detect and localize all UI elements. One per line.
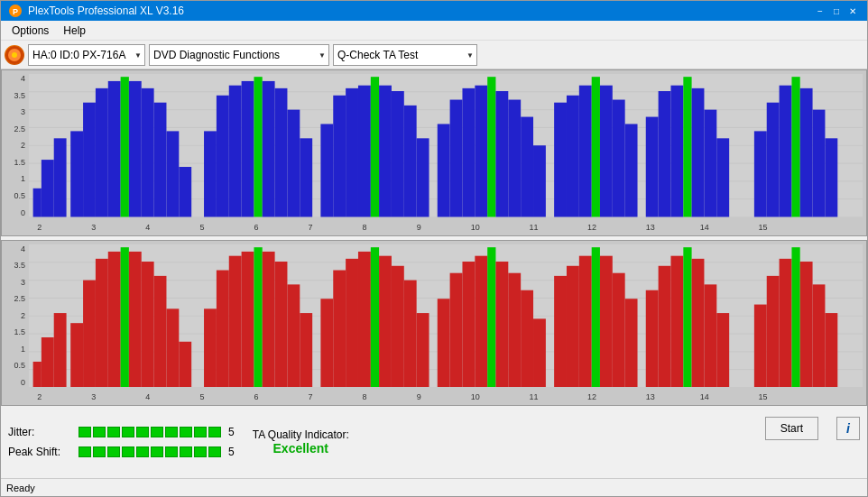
function-select-wrapper[interactable]: DVD Diagnostic Functions [149, 44, 329, 66]
svg-rect-154 [800, 262, 813, 387]
svg-rect-45 [487, 77, 495, 216]
toolbar-logo [5, 45, 24, 65]
y-label-35: 3.5 [14, 91, 25, 100]
svg-rect-50 [554, 103, 567, 217]
jitter-bar-6 [151, 427, 163, 437]
svg-rect-122 [404, 280, 417, 387]
svg-rect-140 [646, 290, 659, 387]
svg-rect-42 [450, 100, 463, 217]
r-y-label-0: 0 [21, 378, 25, 387]
svg-rect-18 [129, 81, 142, 217]
svg-rect-111 [263, 251, 275, 387]
svg-rect-26 [242, 81, 254, 217]
svg-rect-35 [358, 86, 371, 217]
svg-rect-155 [813, 284, 826, 387]
maximize-button[interactable]: □ [829, 4, 844, 18]
svg-rect-118 [358, 251, 371, 387]
svg-rect-156 [825, 313, 837, 387]
svg-rect-22 [179, 167, 191, 216]
svg-rect-56 [625, 124, 638, 216]
svg-rect-71 [800, 88, 813, 217]
menu-options[interactable]: Options [5, 23, 56, 39]
svg-rect-13 [70, 131, 83, 216]
jitter-bar-10 [208, 427, 221, 437]
menu-help[interactable]: Help [56, 23, 93, 39]
r-y-label-15: 1.5 [14, 327, 25, 336]
ta-quality-section: TA Quality Indicator: Excellent [253, 428, 349, 456]
test-select-wrapper[interactable]: Q-Check TA Test [333, 44, 477, 66]
svg-rect-121 [392, 265, 404, 387]
svg-text:5: 5 [199, 223, 204, 232]
svg-text:P: P [13, 7, 18, 16]
svg-text:3: 3 [91, 223, 96, 232]
svg-rect-136 [592, 247, 600, 387]
svg-rect-113 [287, 284, 300, 387]
r-y-label-4: 4 [21, 244, 25, 253]
svg-rect-115 [320, 299, 333, 387]
ps-bar-1 [78, 446, 91, 457]
svg-text:3: 3 [91, 392, 96, 401]
svg-text:10: 10 [471, 223, 480, 232]
ps-bar-10 [208, 446, 221, 457]
svg-text:2: 2 [37, 223, 42, 232]
drive-select-wrapper[interactable]: HA:0 ID:0 PX-716A [28, 44, 145, 66]
y-label-0: 0 [21, 208, 25, 217]
ps-bar-7 [165, 446, 178, 457]
svg-rect-33 [333, 96, 346, 217]
svg-rect-37 [379, 86, 392, 217]
svg-rect-64 [33, 189, 42, 217]
info-button[interactable]: i [836, 417, 860, 440]
ps-bar-4 [122, 446, 134, 457]
svg-rect-150 [754, 304, 767, 387]
svg-rect-43 [462, 88, 475, 217]
ta-quality-value: Excellent [273, 441, 328, 456]
svg-rect-21 [166, 131, 179, 216]
svg-text:15: 15 [759, 223, 768, 232]
ta-quality-label: TA Quality Indicator: [253, 428, 349, 441]
svg-rect-125 [450, 272, 463, 387]
svg-rect-40 [417, 138, 429, 216]
y-label-2: 2 [21, 141, 25, 150]
r-y-label-2: 2 [21, 311, 25, 320]
svg-rect-114 [300, 313, 312, 387]
svg-rect-24 [217, 96, 229, 217]
svg-rect-149 [54, 313, 67, 387]
app-icon: P [8, 4, 23, 18]
blue-chart-svg [29, 74, 863, 217]
svg-rect-23 [204, 131, 217, 216]
svg-rect-51 [567, 96, 579, 217]
svg-rect-151 [767, 275, 780, 387]
minimize-button[interactable]: − [813, 4, 827, 18]
svg-rect-17 [121, 77, 129, 216]
svg-rect-69 [780, 86, 792, 217]
svg-rect-101 [129, 251, 142, 387]
svg-rect-70 [791, 77, 799, 216]
function-select[interactable]: DVD Diagnostic Functions [149, 44, 329, 66]
close-button[interactable]: ✕ [845, 4, 860, 18]
jitter-bar-4 [122, 427, 134, 437]
svg-rect-47 [508, 100, 521, 217]
svg-text:8: 8 [363, 223, 367, 232]
svg-text:14: 14 [700, 392, 709, 401]
y-label-15: 1.5 [14, 158, 25, 167]
svg-rect-128 [487, 247, 495, 387]
svg-rect-32 [320, 124, 333, 216]
red-chart-svg [29, 244, 863, 388]
svg-rect-141 [659, 265, 671, 387]
r-y-label-35: 3.5 [14, 261, 25, 270]
svg-rect-27 [254, 77, 262, 216]
start-button[interactable]: Start [765, 417, 818, 440]
r-y-label-1: 1 [21, 345, 25, 354]
peak-shift-row: Peak Shift: 5 [8, 446, 235, 458]
svg-rect-135 [579, 255, 592, 387]
test-select[interactable]: Q-Check TA Test [333, 44, 477, 66]
svg-rect-109 [242, 251, 254, 387]
red-x-labels: 2 3 4 5 6 7 8 9 10 11 12 13 14 15 [29, 387, 863, 403]
blue-chart-container: 4 3.5 3 2.5 2 1.5 1 0.5 0 [1, 69, 867, 236]
bottom-panel: Jitter: 5 Peak Shift: [1, 406, 867, 478]
peak-shift-bars [78, 446, 221, 457]
svg-rect-36 [371, 77, 379, 216]
svg-rect-16 [108, 81, 121, 217]
svg-rect-127 [475, 255, 487, 387]
drive-select[interactable]: HA:0 ID:0 PX-716A [28, 44, 145, 66]
